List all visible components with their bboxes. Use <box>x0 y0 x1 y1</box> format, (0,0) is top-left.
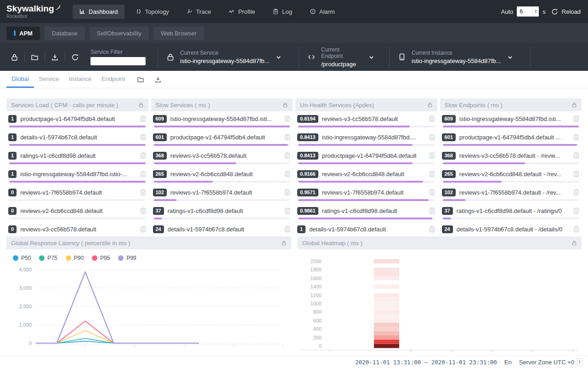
clipboard-icon[interactable] <box>140 115 147 122</box>
clipboard-icon[interactable] <box>140 225 147 233</box>
service-filter-input[interactable] <box>90 57 146 65</box>
nav-item-trace[interactable]: Trace <box>180 5 218 19</box>
clipboard-icon[interactable] <box>429 207 435 214</box>
panel-title: Slow Endpoints ( ms ) <box>445 102 503 109</box>
legend-item-p75[interactable]: P75 <box>39 255 57 261</box>
legend-item-p50[interactable]: P50 <box>13 255 31 261</box>
clipboard-icon[interactable] <box>140 207 147 214</box>
clipboard-icon[interactable] <box>140 152 147 159</box>
clipboard-icon[interactable] <box>573 152 580 159</box>
nav-item-alarm[interactable]: Alarm <box>303 5 341 19</box>
tab-instance[interactable]: Instance <box>64 71 96 88</box>
clipboard-icon[interactable] <box>140 189 147 196</box>
service-row: 368reviews-v3-cc56b578.default <box>151 148 293 167</box>
svg-text:2,000: 2,000 <box>19 304 32 309</box>
clipboard-icon[interactable] <box>284 152 291 159</box>
reload-icon[interactable] <box>551 8 558 15</box>
nav-item-dashboard[interactable]: Dashboard <box>73 5 124 19</box>
language-switcher[interactable]: En <box>504 359 512 366</box>
clipboard-icon[interactable] <box>429 170 435 178</box>
clipboard-icon[interactable] <box>573 170 580 178</box>
svg-text:1,000: 1,000 <box>19 322 32 328</box>
clipboard-icon[interactable] <box>284 207 291 214</box>
service-name: reviews-v1-7f6558b974.default - /rev... <box>459 189 569 196</box>
dashboard-toolbar: Service Filter Current Service istio-ing… <box>0 43 588 71</box>
number-stepper-icon[interactable]: ▲▼ <box>532 7 538 16</box>
page-btn-selfobservability[interactable]: SelfObservability <box>90 27 149 40</box>
tab-endpoint[interactable]: Endpoint <box>96 71 130 88</box>
auto-interval-value[interactable] <box>517 8 531 15</box>
number-stepper-icon[interactable]: ▲▼ <box>577 358 582 366</box>
server-zone-control[interactable]: Server Zone UTC +0 ▲▼ <box>519 358 582 366</box>
clipboard-icon[interactable] <box>429 189 435 196</box>
value-bar <box>443 199 579 201</box>
service-name: istio-ingressgateway-5584d87fbd.isti... <box>459 115 569 122</box>
tab-global[interactable]: Global <box>6 71 34 88</box>
clipboard-icon[interactable] <box>429 225 435 233</box>
current-service-selector[interactable]: Current Service istio-ingressgateway-558… <box>158 50 292 64</box>
clipboard-icon[interactable] <box>573 225 580 233</box>
page-btn-apm[interactable]: APM <box>6 27 40 40</box>
service-row: 0reviews-v3-cc56b578.default <box>6 222 148 235</box>
nav-item-topology[interactable]: Topology <box>129 5 175 19</box>
selector-label: Current Endpoint <box>321 46 362 59</box>
value-badge: 0.8413 <box>297 133 318 141</box>
lock-icon[interactable] <box>5 53 24 61</box>
nav-item-profile[interactable]: Profile <box>222 5 261 19</box>
lock-icon[interactable] <box>571 102 577 108</box>
legend-item-p99[interactable]: P99 <box>118 255 136 261</box>
clipboard-icon[interactable] <box>429 152 435 159</box>
reload-label[interactable]: Reload <box>562 8 581 15</box>
clipboard-icon[interactable] <box>429 133 435 141</box>
value-bar <box>298 181 435 183</box>
lock-icon[interactable] <box>427 102 433 108</box>
clipboard-icon[interactable] <box>140 170 147 178</box>
legend-dot-icon <box>92 255 97 261</box>
legend-item-p95[interactable]: P95 <box>92 255 110 261</box>
tab-service[interactable]: Service <box>34 71 64 88</box>
clipboard-icon[interactable] <box>140 133 147 141</box>
value-bar <box>9 199 146 201</box>
selector-value: /productpage <box>321 61 362 68</box>
nav-item-log[interactable]: Log <box>266 5 299 19</box>
clipboard-icon[interactable] <box>573 207 580 214</box>
folder-icon[interactable] <box>25 53 45 61</box>
svg-text:1600: 1600 <box>311 276 322 281</box>
clipboard-icon[interactable] <box>284 189 291 196</box>
value-badge: 1 <box>8 152 17 160</box>
clipboard-icon[interactable] <box>573 189 580 196</box>
clipboard-icon[interactable] <box>284 115 291 122</box>
current-endpoint-selector[interactable]: Current Endpoint /productpage <box>299 46 383 68</box>
lock-icon[interactable] <box>138 102 144 108</box>
page-btn-web-browser[interactable]: Web Browser <box>153 27 204 40</box>
clipboard-icon[interactable] <box>284 133 291 141</box>
download-icon[interactable] <box>45 53 65 61</box>
clipboard-icon[interactable] <box>573 115 580 122</box>
panel-rows: 0.8194reviews-v3-cc56b578.default0.8413i… <box>295 111 437 235</box>
service-name: reviews-v2-6cb6ccd848.default <box>20 207 136 214</box>
page-btn-database[interactable]: Database <box>45 27 85 40</box>
service-row: 0.9571reviews-v1-7f6558b974.default <box>295 185 437 203</box>
lock-icon[interactable] <box>281 240 287 246</box>
service-name: productpage-v1-64794f5db4.default ... <box>459 134 569 141</box>
value-badge: 0 <box>8 189 17 196</box>
clipboard-icon[interactable] <box>573 133 580 141</box>
folder-icon[interactable] <box>133 76 148 83</box>
clipboard-icon[interactable] <box>284 170 291 178</box>
legend-label: P90 <box>74 255 84 261</box>
lock-icon[interactable] <box>571 240 577 246</box>
legend-item-p90[interactable]: P90 <box>66 255 84 261</box>
panel-rows: 609istio-ingressgateway-5584d87fbd.isti.… <box>151 111 293 235</box>
nav-label: Topology <box>145 8 169 15</box>
clipboard-icon[interactable] <box>429 115 435 122</box>
value-bar <box>298 218 435 219</box>
clipboard-icon[interactable] <box>284 225 291 233</box>
time-range-picker[interactable]: 2020-11-01 13:31:00 ~ 2020-11-01 23:31:0… <box>355 359 497 366</box>
scope-tabs: Global Service Instance Endpoint <box>0 71 588 88</box>
refresh-icon[interactable] <box>65 53 85 61</box>
download-icon[interactable] <box>150 76 166 83</box>
current-instance-selector[interactable]: Current Instance istio-ingressgateway-55… <box>390 50 524 64</box>
auto-interval-input[interactable]: ▲▼ <box>517 6 539 17</box>
chevron-down-icon <box>276 54 282 60</box>
lock-icon[interactable] <box>283 102 288 108</box>
